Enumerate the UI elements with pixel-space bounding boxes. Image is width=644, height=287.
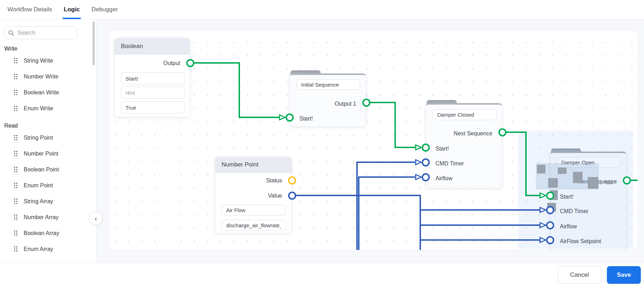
palette-item-number-write[interactable]: Number Write: [0, 69, 96, 84]
folder-tab: [427, 100, 457, 105]
palette-item-label: String Array: [24, 198, 53, 205]
edge-arrowhead: [539, 206, 547, 213]
node-boolean[interactable]: Boolean Output: [114, 38, 190, 117]
node-number-point-title: Number Point: [215, 157, 292, 173]
port-damper-open-airflow-setpoint[interactable]: [546, 236, 554, 244]
edge-initial-to-damper-closed: [394, 102, 396, 148]
tab-debugger[interactable]: Debugger: [92, 0, 118, 19]
edge-damper-closed-to-damper-open: [525, 195, 540, 196]
edge-boolean-to-initial: [239, 117, 279, 118]
port-label-cmd-timer: CMD Timer: [426, 159, 502, 168]
edge-boolean-to-initial: [239, 62, 240, 118]
damper-closed-name-field[interactable]: [433, 109, 497, 120]
number-point-name-field[interactable]: [222, 205, 286, 216]
port-damper-open-start[interactable]: [546, 192, 554, 200]
initial-sequence-name-field[interactable]: [297, 79, 360, 90]
edge-damper-closed-to-damper-open: [525, 131, 527, 196]
palette-item-label: Number Array: [24, 214, 59, 221]
edge-arrowhead: [539, 236, 547, 244]
drag-handle-icon: [14, 199, 18, 204]
palette-item-number-array[interactable]: Number Array: [0, 209, 96, 225]
port-damper-open-cmd-timer[interactable]: [546, 206, 554, 214]
port-label-airflow: Airflow: [426, 174, 502, 183]
port-label-output: Output: [115, 59, 190, 68]
edge-value-to-airflow: [420, 224, 540, 226]
palette-item-boolean-write[interactable]: Boolean Write: [0, 84, 96, 100]
palette-item-number-point[interactable]: Number Point: [0, 146, 96, 162]
port-number-point-status[interactable]: [288, 176, 296, 184]
drag-handle-icon: [14, 215, 18, 220]
search-box[interactable]: [4, 27, 77, 39]
port-label-value: Value: [215, 192, 292, 200]
palette-item-label: Number Point: [24, 151, 58, 157]
port-damper-open-next-sequence[interactable]: [623, 176, 631, 184]
port-damper-closed-airflow[interactable]: [422, 173, 430, 181]
sidebar-scrollbar[interactable]: [93, 21, 95, 65]
edge-to-damper-closed-airflow: [358, 176, 415, 178]
edge-arrowhead: [415, 159, 422, 166]
edge-to-damper-closed-cmd-timer: [356, 162, 358, 250]
tab-workflow-details[interactable]: Workflow Details: [7, 0, 52, 19]
palette-item-boolean-point[interactable]: Boolean Point: [0, 162, 96, 177]
port-damper-open-airflow[interactable]: [546, 221, 554, 229]
ghost-square: [573, 172, 582, 183]
edge-arrowhead: [539, 192, 547, 199]
edge-arrowhead: [415, 174, 422, 181]
sidebar-collapse-button[interactable]: ‹: [89, 212, 103, 225]
node-initial-sequence[interactable]: Output 1 Start!: [289, 74, 366, 127]
section-title-read: Read: [4, 123, 96, 129]
boolean-name-field[interactable]: [121, 72, 185, 84]
active-tab-underline: [63, 18, 81, 19]
tab-logic[interactable]: Logic: [64, 0, 80, 19]
port-boolean-output[interactable]: [186, 59, 194, 67]
edge-value-to-cmd-timer: [420, 209, 540, 211]
ghost-square: [548, 178, 558, 188]
palette-item-enum-write[interactable]: Enum Write: [0, 100, 96, 116]
drag-handle-icon: [14, 74, 18, 79]
edge-value-trunk: [292, 195, 421, 196]
save-button[interactable]: Save: [607, 266, 641, 284]
edge-initial-to-damper-closed: [394, 147, 416, 148]
node-palette-sidebar: Write String Write Number Write Boolean …: [0, 19, 96, 263]
search-input[interactable]: [17, 30, 70, 36]
port-label-status: Status: [215, 176, 292, 185]
port-label-next-sequence: Next Sequence: [426, 129, 502, 138]
palette-item-boolean-array[interactable]: Boolean Array: [0, 225, 96, 241]
boolean-value-field[interactable]: [121, 101, 185, 113]
top-tab-bar: Workflow Details Logic Debugger: [0, 0, 644, 19]
palette-item-enum-array[interactable]: Enum Array: [0, 241, 96, 257]
port-label-start: Start!: [426, 145, 502, 153]
port-damper-closed-next-sequence[interactable]: [498, 128, 507, 136]
palette-item-label: Enum Write: [24, 105, 53, 112]
cancel-button[interactable]: Cancel: [558, 266, 601, 284]
port-damper-closed-cmd-timer[interactable]: [422, 158, 430, 166]
port-number-point-value[interactable]: [288, 192, 296, 200]
drag-handle-icon: [14, 246, 18, 252]
port-damper-closed-start[interactable]: [422, 144, 430, 152]
folder-tab: [291, 70, 321, 75]
ghost-square: [537, 165, 545, 174]
port-initial-sequence-output-1[interactable]: [362, 99, 370, 107]
palette-item-enum-point[interactable]: Enum Point: [0, 177, 96, 193]
node-damper-closed[interactable]: Next Sequence Start! CMD Timer Airflow: [426, 103, 502, 188]
palette-item-string-write[interactable]: String Write: [0, 53, 96, 69]
boolean-hint-field[interactable]: [121, 87, 185, 99]
palette-item-string-point[interactable]: String Point: [0, 130, 96, 146]
tab-logic-label: Logic: [64, 6, 80, 13]
drag-handle-icon: [14, 135, 18, 140]
node-number-point[interactable]: Number Point Status Value: [215, 157, 292, 234]
palette-item-label: String Write: [24, 58, 53, 64]
edge-value-to-airflow-setpoint: [420, 239, 540, 241]
edge-to-damper-closed-airflow: [358, 176, 359, 250]
ghost-square: [605, 181, 613, 184]
port-label-output-1: Output 1: [290, 100, 366, 108]
number-point-point-field[interactable]: [222, 220, 286, 231]
drag-handle-icon: [14, 183, 18, 188]
edge-arrowhead: [415, 144, 422, 151]
port-initial-sequence-start[interactable]: [286, 113, 294, 122]
logic-canvas[interactable]: Boolean Output Number Point Status Value…: [109, 30, 638, 250]
palette-item-string-array[interactable]: String Array: [0, 193, 96, 209]
port-label-start: Start!: [290, 115, 366, 123]
search-icon: [8, 30, 14, 36]
drag-handle-icon: [14, 106, 18, 111]
